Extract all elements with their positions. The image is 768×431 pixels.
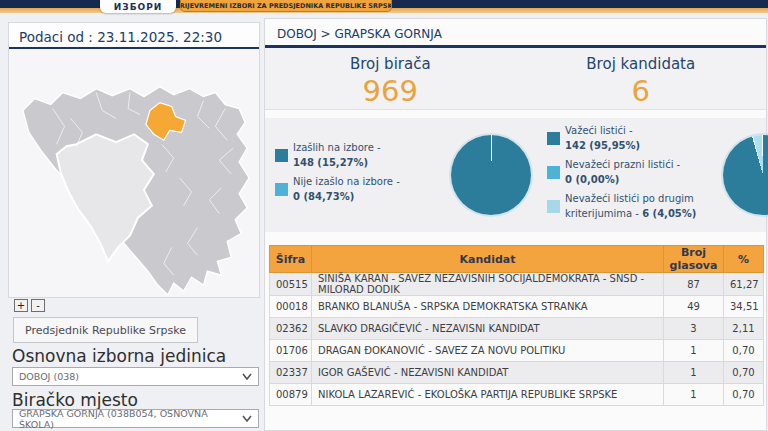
bih-map-svg — [9, 49, 259, 297]
chevron-down-icon — [242, 415, 252, 422]
unit-select[interactable]: DOBOJ (038) — [12, 367, 259, 386]
table-row: 00018 BRANKO BLANUŠA - SRPSKA DEMOKRATSK… — [270, 296, 764, 318]
izbori-logo-text: ИЗБОРИ — [114, 1, 163, 13]
breadcrumb: DOBOJ > GRAPSKA GORNJA — [265, 19, 766, 45]
data-timestamp: Podaci od : 23.11.2025. 22:30 — [9, 23, 259, 47]
station-select-value: GRAPSKA GORNJA (038B054, OSNOVNA ŠKOLA) — [19, 408, 242, 430]
header-pct: % — [724, 246, 764, 273]
legend-swatch-light — [547, 200, 560, 213]
voters-label: Broj birača — [265, 55, 516, 73]
legend-swatch-dark — [547, 132, 560, 145]
ballots-chart-block: Važeći listići - 142 (95,95%) Nevažeći p… — [537, 118, 768, 232]
election-banner-tab: PRIJEVREMENI IZBORI ZA PREDSJEDNIKA REPU… — [180, 0, 392, 12]
legend-item: Nije izašlo na izbore - 0 (84,73%) — [275, 175, 433, 204]
ballots-legend: Važeći listići - 142 (95,95%) Nevažeći p… — [547, 124, 705, 226]
chevron-down-icon — [242, 373, 252, 380]
header-candidate: Kandidat — [312, 246, 664, 273]
legend-swatch-mid — [275, 183, 288, 196]
station-select[interactable]: GRAPSKA GORNJA (038B054, OSNOVNA ŠKOLA) — [12, 409, 259, 428]
election-banner-text: PRIJEVREMENI IZBORI ZA PREDSJEDNIKA REPU… — [180, 2, 392, 10]
legend-item: Nevažeći listići po drugim kriterijumima… — [547, 192, 705, 221]
map-zoom-out-button[interactable]: - — [31, 299, 45, 312]
legend-item: Nevažeći prazni listići - 0 (0,00%) — [547, 158, 705, 187]
table-row: 02362 SLAVKO DRAGIČEVIĆ - NEZAVISNI KAND… — [270, 318, 764, 340]
turnout-legend: Izašlih na izbore - 148 (15,27%) Nije iz… — [275, 141, 433, 209]
results-table: Šifra Kandidat Broj glasova % 00515 SINI… — [269, 245, 764, 406]
candidates-value: 6 — [516, 74, 767, 108]
bih-map[interactable] — [9, 49, 259, 297]
unit-select-value: DOBOJ (038) — [19, 371, 79, 382]
table-row: 02337 IGOR GAŠEVIĆ - NEZAVISNI KANDIDAT … — [270, 362, 764, 384]
header-code: Šifra — [270, 246, 312, 273]
candidates-stat: Broj kandidata 6 — [516, 48, 767, 109]
map-card: Podaci od : 23.11.2025. 22:30 — [8, 22, 260, 298]
ballots-pie-chart — [723, 135, 768, 215]
charts-band: Izašlih na izbore - 148 (15,27%) Nije iz… — [265, 118, 766, 232]
race-selector-button[interactable]: Predsjednik Republike Srpske — [13, 317, 198, 343]
table-header-row: Šifra Kandidat Broj glasova % — [270, 246, 764, 273]
stats-band: Broj birača 969 Broj kandidata 6 — [265, 48, 766, 110]
voters-value: 969 — [265, 74, 516, 108]
table-row: 00515 SINIŠA KARAN - SAVEZ NEZAVISNIH SO… — [270, 273, 764, 296]
results-card: DOBOJ > GRAPSKA GORNJA Broj birača 969 B… — [264, 18, 767, 431]
table-row: 00879 NIKOLA LAZAREVIĆ - EKOLOŠKA PARTIJ… — [270, 384, 764, 406]
legend-swatch-mid — [547, 166, 560, 179]
turnout-chart-block: Izašlih na izbore - 148 (15,27%) Nije iz… — [265, 118, 537, 232]
table-row: 01706 DRAGAN ĐOKANOVIĆ - SAVEZ ZA NOVU P… — [270, 340, 764, 362]
izbori-logo[interactable]: ИЗБОРИ — [100, 0, 176, 13]
header-votes: Broj glasova — [664, 246, 724, 273]
voters-stat: Broj birača 969 — [265, 48, 516, 109]
turnout-pie-chart — [451, 135, 531, 215]
legend-item: Izašlih na izbore - 148 (15,27%) — [275, 141, 433, 170]
candidates-label: Broj kandidata — [516, 55, 767, 73]
race-selector-label: Predsjednik Republike Srpske — [25, 324, 186, 337]
map-zoom-in-button[interactable]: + — [14, 299, 28, 312]
legend-swatch-dark — [275, 149, 288, 162]
legend-item: Važeći listići - 142 (95,95%) — [547, 124, 705, 153]
unit-heading: Osnovna izborna jedinica — [12, 346, 226, 366]
